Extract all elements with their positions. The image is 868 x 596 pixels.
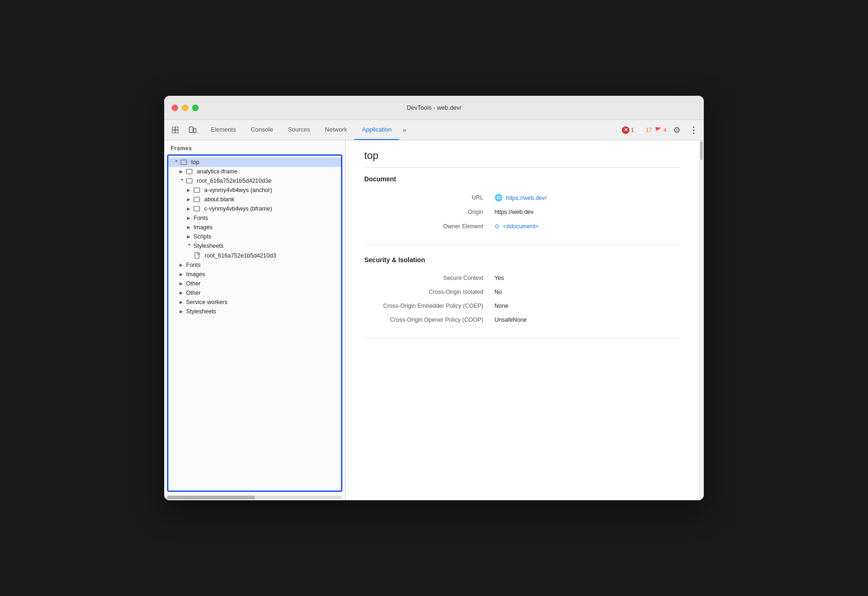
secure-context-value: Yes	[494, 275, 504, 281]
tree-item-a-vynmy4[interactable]: ▶ a-vynmy4vb4wys (anchor)	[168, 185, 341, 195]
frame-icon	[186, 178, 194, 184]
inspect-element-button[interactable]	[168, 123, 183, 138]
tree-label-stylesheet-file: root_616a752e1b5d4210d3	[205, 252, 276, 259]
tab-elements[interactable]: Elements	[203, 120, 243, 140]
arrow-closed-icon: ▶	[187, 188, 192, 192]
arrow-closed-icon: ▶	[180, 300, 184, 305]
secure-context-row: Secure Context Yes	[364, 271, 681, 285]
tree-item-top[interactable]: ▾ top	[168, 158, 341, 167]
arrow-closed-icon: ▶	[187, 206, 192, 211]
devtools-window: DevTools - web.dev/ Elements Cons	[164, 96, 704, 500]
url-row: URL 🌐 https://web.dev/	[364, 190, 681, 205]
tree-item-scripts-inner[interactable]: ▶ Scripts	[168, 232, 341, 241]
tree-item-fonts[interactable]: ▶ Fonts	[168, 260, 341, 270]
tree-item-analytics-iframe[interactable]: ▶ analytics-iframe	[168, 167, 341, 176]
frame-icon	[186, 169, 194, 174]
toolbar-icons	[168, 120, 200, 140]
security-heading: Security & Isolation	[364, 256, 681, 264]
tree-label-analytics: analytics-iframe	[197, 168, 238, 175]
info-badge[interactable]: 🚩 4	[654, 126, 667, 134]
svg-rect-6	[181, 160, 187, 165]
tree-item-about-blank[interactable]: ▶ about:blank	[168, 195, 341, 204]
error-badge[interactable]: ✕ 1	[622, 126, 634, 134]
main-content: Frames ▾ top ▶	[164, 140, 704, 500]
svg-rect-7	[187, 169, 192, 174]
arrow-closed-icon: ▶	[180, 272, 184, 277]
tab-console[interactable]: Console	[243, 120, 280, 140]
scrollbar-thumb-v	[700, 141, 703, 160]
svg-rect-3	[175, 130, 178, 133]
document-heading: Document	[364, 175, 681, 183]
tree-item-images-inner[interactable]: ▶ Images	[168, 223, 341, 232]
tree-label-a-vynmy4: a-vynmy4vb4wys (anchor)	[204, 187, 272, 193]
info-count: 4	[663, 127, 667, 133]
owner-element-value[interactable]: ⊙ <#document>	[494, 223, 539, 230]
owner-element-row: Owner Element ⊙ <#document>	[364, 219, 681, 233]
close-button[interactable]	[172, 105, 178, 111]
coep-label: Cross-Origin Embedder Policy (COEP)	[364, 303, 494, 309]
tree-item-other1[interactable]: ▶ Other	[168, 279, 341, 288]
svg-rect-4	[189, 127, 193, 132]
content-title: top	[364, 150, 681, 168]
url-label: URL	[364, 194, 494, 201]
tree-label-other1: Other	[186, 280, 200, 287]
warning-icon: ⚠	[637, 126, 644, 134]
origin-row: Origin https://web.dev	[364, 205, 681, 219]
tree-label-top: top	[191, 159, 199, 166]
sidebar-header: Frames	[164, 140, 345, 154]
traffic-lights	[172, 105, 199, 111]
coop-row: Cross-Origin Opener Policy (COOP) Unsafe…	[364, 313, 681, 327]
svg-rect-12	[195, 252, 199, 258]
tree-item-other2[interactable]: ▶ Other	[168, 288, 341, 298]
device-toggle-button[interactable]	[185, 123, 200, 138]
more-tabs-button[interactable]: »	[399, 120, 410, 140]
warning-badge[interactable]: ⚠ 17	[637, 126, 652, 134]
tab-network[interactable]: Network	[318, 120, 355, 140]
tree-item-stylesheet-file[interactable]: root_616a752e1b5d4210d3	[168, 251, 341, 260]
owner-element-label: Owner Element	[364, 223, 494, 230]
minimize-button[interactable]	[182, 105, 188, 111]
tree-label-other2: Other	[186, 290, 200, 296]
sidebar-scrollbar[interactable]	[167, 496, 342, 499]
url-globe-icon: 🌐	[494, 194, 502, 201]
more-options-button[interactable]: ⋮	[687, 124, 700, 137]
coop-label: Cross-Origin Opener Policy (COOP)	[364, 317, 494, 323]
owner-element-icon: ⊙	[494, 223, 500, 230]
maximize-button[interactable]	[192, 105, 199, 111]
arrow-open-icon: ▾	[187, 244, 192, 248]
secure-context-label: Secure Context	[364, 275, 494, 281]
tree-label-images-inner: Images	[194, 224, 213, 231]
tab-sources[interactable]: Sources	[280, 120, 318, 140]
tree-item-c-vynmy4[interactable]: ▶ c-vynmy4vb4wys (bframe)	[168, 204, 341, 213]
security-section: Security & Isolation Secure Context Yes …	[364, 256, 681, 338]
frame-icon	[194, 197, 202, 202]
toolbar: Elements Console Sources Network Applica…	[164, 120, 704, 140]
info-icon: 🚩	[654, 126, 662, 134]
tree-item-fonts-inner[interactable]: ▶ Fonts	[168, 213, 341, 223]
tree-item-root-frame[interactable]: ▾ root_616a752e1b5d4210d3e	[168, 176, 341, 185]
arrow-closed-icon: ▶	[180, 263, 184, 267]
tree-label-root: root_616a752e1b5d4210d3e	[197, 178, 272, 184]
error-icon: ✕	[622, 126, 629, 134]
tab-application[interactable]: Application	[354, 120, 399, 140]
tree-item-images[interactable]: ▶ Images	[168, 270, 341, 279]
coop-value: UnsafeNone	[494, 317, 527, 323]
svg-rect-8	[187, 179, 192, 183]
tree-item-service-workers[interactable]: ▶ Service workers	[168, 298, 341, 307]
origin-value: https://web.dev	[494, 209, 534, 215]
badge-group: ✕ 1 ⚠ 17 🚩 4	[622, 126, 667, 134]
arrow-open-icon: ▾	[174, 160, 179, 165]
url-value[interactable]: 🌐 https://web.dev/	[494, 194, 547, 201]
tree-item-stylesheets[interactable]: ▶ Stylesheets	[168, 307, 341, 316]
arrow-closed-icon: ▶	[180, 309, 184, 314]
svg-rect-2	[172, 130, 175, 133]
svg-rect-1	[175, 127, 178, 130]
content-scrollbar[interactable]	[699, 140, 704, 500]
error-count: 1	[631, 127, 634, 133]
arrow-closed-icon: ▶	[180, 281, 184, 286]
tree-label-stylesheets-inner: Stylesheets	[194, 243, 224, 249]
tree-label-about-blank: about:blank	[204, 196, 234, 203]
toolbar-right: ✕ 1 ⚠ 17 🚩 4 ⚙ ⋮	[622, 120, 700, 140]
tree-item-stylesheets-inner[interactable]: ▾ Stylesheets	[168, 241, 341, 251]
settings-button[interactable]: ⚙	[670, 124, 683, 137]
